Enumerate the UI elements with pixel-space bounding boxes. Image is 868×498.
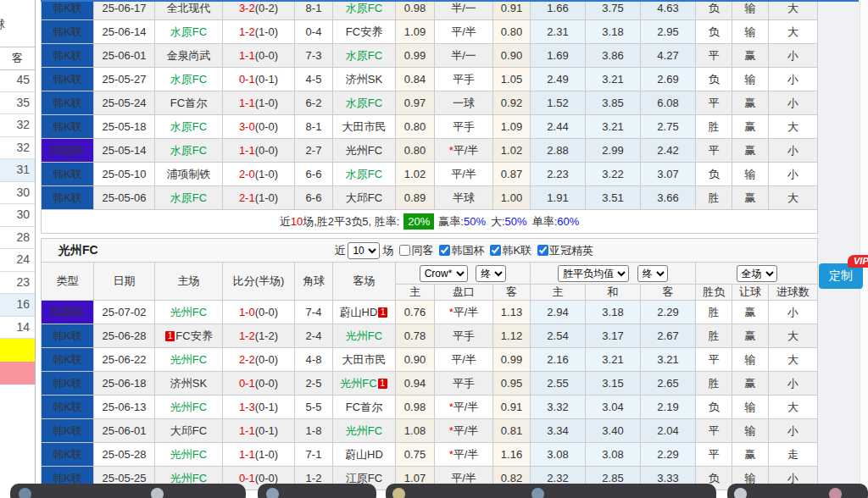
mean-draw: 3.18 (586, 301, 641, 324)
handicap-cell: 半球 (435, 186, 493, 210)
sub-result-handicap: 让球 (732, 285, 769, 301)
mean-away: 2.29 (641, 443, 696, 467)
match-row: 韩国杯25-05-14水原FC1-1(0-0)2-7光州FC0.80*平/半1.… (42, 139, 818, 163)
mean-home: 1.69 (531, 44, 586, 68)
sub-result-goals: 进球数 (769, 285, 818, 301)
result-goals: 大 (769, 396, 818, 419)
result-handicap: 赢 (732, 139, 769, 163)
mean-home: 2.54 (531, 324, 586, 348)
result-handicap: 赢 (732, 443, 769, 467)
corner-cell: 4-8 (295, 348, 333, 372)
taskbar-thumbnail[interactable] (386, 484, 716, 498)
handicap-cell: *平/半 (435, 443, 493, 467)
score-cell: 2-2(0-0) (223, 348, 295, 372)
away-team: 蔚山HD (333, 443, 396, 467)
match-date: 25-05-27 (94, 68, 155, 91)
sub-mean-away: 客 (641, 285, 696, 301)
recent-count-select[interactable]: 10 (348, 242, 380, 259)
home-team: 水原FC (155, 139, 223, 163)
left-number-cell: 32 (0, 137, 35, 160)
mean-home: 3.34 (531, 419, 586, 443)
home-team: 金泉尚武 (155, 44, 223, 68)
away-team: 大邱FC (333, 186, 396, 210)
sub-mean-draw: 和 (586, 285, 641, 301)
odds-final-select[interactable]: 终 (476, 265, 506, 282)
app-icon (266, 488, 279, 498)
filter-kleague-option[interactable]: 韩K联 (484, 243, 531, 258)
mean-away: 4.63 (641, 0, 696, 20)
match-row: 韩K联25-06-14水原FC1-2(1-0)0-4FC安养1.09平/半0.8… (42, 20, 818, 44)
mean-draw: 3.86 (586, 44, 641, 68)
mean-away: 3.66 (641, 186, 696, 210)
odds-group-header: Crow* 终 (396, 263, 531, 285)
filter-cup-checkbox[interactable] (439, 245, 450, 256)
same-away-checkbox[interactable] (399, 245, 410, 256)
mean-home: 2.16 (531, 348, 586, 372)
match-date: 25-06-18 (94, 372, 155, 396)
result-handicap: 赢 (732, 324, 769, 348)
mean-type-select[interactable]: 胜平负均值 (558, 265, 629, 282)
match-date: 25-06-14 (94, 20, 155, 44)
handicap-cell: 半/一 (435, 44, 493, 68)
mean-final-select[interactable]: 终 (637, 265, 668, 282)
league-badge: 韩K联 (42, 186, 94, 210)
scrollbar-strip[interactable] (860, 0, 868, 498)
same-away-option[interactable]: 同客 (393, 243, 433, 258)
corner-cell: 8-1 (295, 0, 333, 20)
clipped-text-fragment: 球 (0, 17, 5, 32)
mean-home: 2.49 (531, 68, 586, 91)
corner-cell: 1-8 (295, 419, 333, 443)
score-cell: 1-0(0-0) (223, 301, 295, 324)
result-goals: 大 (769, 186, 818, 210)
mean-home: 2.55 (531, 372, 586, 396)
result-handicap: 输 (732, 163, 769, 186)
taskbar-thumbnail[interactable] (258, 484, 376, 498)
home-team: 水原FC (155, 20, 223, 44)
filter-acl-checkbox[interactable] (537, 245, 548, 256)
corner-cell: 2-5 (295, 372, 333, 396)
match-date: 25-07-02 (94, 301, 155, 324)
score-cell: 2-0(1-0) (223, 163, 295, 186)
recent-form-summary: 近10场,胜2平3负5, 胜率:20%赢率:50%大:50%单率:60% (42, 210, 818, 234)
filter-acl-option[interactable]: 亚冠精英 (531, 243, 593, 258)
left-number-column: 453532323130302824231614 (0, 69, 35, 339)
result-wdl: 负 (696, 396, 732, 419)
filter-kleague-checkbox[interactable] (490, 245, 501, 256)
handicap-cell: 平/半 (435, 348, 493, 372)
away-odds: 1.09 (493, 115, 531, 139)
away-team: 光州FC (333, 419, 396, 443)
result-wdl: 胜 (696, 186, 732, 210)
taskbar-thumbnail[interactable] (727, 484, 868, 498)
away-team: 光州FC (333, 139, 396, 163)
score-cell: 1-1(0-1) (223, 419, 295, 443)
corner-cell: 6-6 (295, 163, 333, 186)
scope-select[interactable]: 全场 (737, 265, 777, 282)
col-corner: 角球 (295, 263, 333, 301)
home-odds: 0.98 (396, 0, 435, 20)
col-score: 比分(半场) (223, 263, 295, 301)
mean-home: 2.94 (531, 301, 586, 324)
corner-cell: 6-2 (295, 91, 333, 115)
away-team: FC首尔 (333, 396, 396, 419)
away-team: 大田市民 (333, 115, 396, 139)
left-number-cell: 31 (0, 159, 35, 182)
league-badge: 韩K联 (42, 44, 94, 68)
match-date: 25-05-24 (94, 91, 155, 115)
match-date: 25-05-28 (94, 443, 155, 467)
taskbar-thumbnail[interactable] (10, 484, 246, 498)
result-wdl: 胜 (696, 115, 732, 139)
home-odds: 0.99 (396, 44, 435, 68)
away-team: 水原FC (333, 91, 396, 115)
mean-draw: 3.51 (586, 186, 641, 210)
gwangju-history-table: 光州FC 近 10 场 同客 韩国杯 韩K联 亚冠精英 类型 日期 主场 比分(… (41, 238, 818, 498)
filter-cup-option[interactable]: 韩国杯 (433, 243, 484, 258)
left-number-cell: 30 (0, 182, 35, 205)
mean-draw: 3.40 (586, 419, 641, 443)
away-odds: 0.81 (493, 419, 531, 443)
result-goals: 小 (769, 419, 818, 443)
league-badge: 韩国杯 (42, 301, 94, 324)
away-odds: 0.95 (493, 372, 531, 396)
odds-source-select[interactable]: Crow* (420, 265, 468, 282)
left-number-cell: 24 (0, 249, 35, 272)
corner-cell: 2-4 (295, 324, 333, 348)
